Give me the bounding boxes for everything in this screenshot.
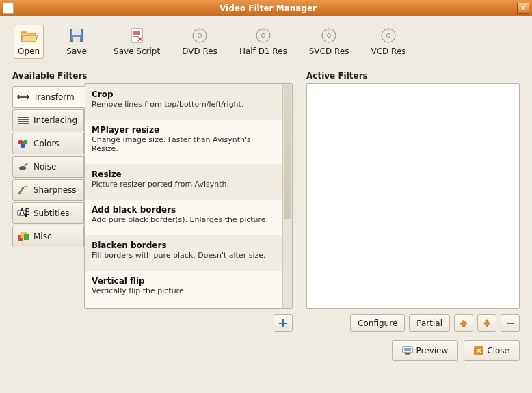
filter-item[interactable]: MPlayer resizeChange image size. Faster …: [85, 120, 282, 164]
add-filter-button[interactable]: [274, 314, 293, 332]
active-filters-title: Active Filters: [306, 71, 520, 81]
filter-item[interactable]: Vertical flipVertically flip the picture…: [85, 271, 282, 306]
toolbar-svcd-res[interactable]: SVCD Res: [309, 27, 349, 59]
filter-desc: Remove lines from top/bottom/left/right.: [92, 100, 276, 109]
open-icon: [19, 27, 38, 44]
interlacing-icon: [17, 115, 29, 126]
filter-name: Resize: [92, 170, 276, 179]
tab-transform[interactable]: Transform: [12, 86, 85, 108]
toolbar-half-d1-res[interactable]: Half D1 Res: [239, 27, 287, 59]
svg-text:ABC: ABC: [19, 208, 29, 217]
window-system-icon: [3, 3, 14, 14]
scrollbar[interactable]: [282, 84, 292, 308]
svg-point-9: [328, 34, 331, 38]
close-icon: ✕: [474, 346, 483, 355]
save-icon: [67, 27, 86, 44]
filter-name: Vertical flip: [92, 276, 276, 286]
filter-desc: Add pure black border(s). Enlarges the p…: [92, 215, 276, 224]
disc-icon: [319, 27, 338, 44]
preview-button[interactable]: Preview: [392, 340, 459, 361]
tab-interlacing[interactable]: Interlacing: [12, 109, 84, 131]
toolbar-save[interactable]: Save: [62, 27, 92, 59]
move-up-button[interactable]: [454, 314, 473, 332]
toolbar-vcd-res[interactable]: VCD Res: [371, 27, 405, 59]
disc-icon: [379, 27, 398, 44]
available-filters-title: Available Filters: [12, 71, 293, 81]
toolbar-open[interactable]: Open: [14, 25, 44, 59]
active-filter-list[interactable]: [306, 83, 520, 309]
svg-rect-24: [404, 348, 411, 351]
disc-icon: [190, 27, 209, 44]
close-button[interactable]: ✕ Close: [464, 340, 520, 361]
partial-button[interactable]: Partial: [409, 314, 450, 332]
svg-rect-2: [73, 37, 80, 42]
tab-subtitles[interactable]: ABCSubtitles: [12, 202, 84, 224]
filter-desc: Fill borders with pure black. Doesn't al…: [92, 251, 276, 260]
svg-rect-1: [72, 29, 81, 35]
svg-point-7: [261, 34, 265, 38]
filter-name: MPlayer resize: [92, 125, 276, 135]
move-down-button[interactable]: [477, 314, 496, 332]
svg-point-14: [21, 144, 25, 148]
filter-name: Crop: [92, 90, 276, 99]
svg-point-5: [198, 34, 202, 38]
filter-item[interactable]: ResizePicture resizer ported from Avisyn…: [85, 164, 282, 200]
svg-point-11: [386, 34, 390, 38]
toolbar-save-script[interactable]: Save Script: [114, 27, 160, 59]
filter-name: Blacken borders: [92, 241, 276, 250]
tab-sharpness[interactable]: Sharpness: [12, 179, 84, 201]
filter-desc: Picture resizer ported from Avisynth.: [92, 180, 276, 189]
svg-rect-18: [25, 214, 27, 217]
svg-rect-21: [24, 234, 29, 240]
remove-filter-button[interactable]: [501, 314, 520, 332]
transform-icon: [17, 92, 29, 103]
available-filter-list: CropRemove lines from top/bottom/left/ri…: [84, 83, 293, 309]
sharpness-icon: [17, 185, 29, 195]
tab-misc[interactable]: Misc: [12, 226, 84, 247]
tab-colors[interactable]: Colors: [12, 133, 84, 154]
window-title: Video Filter Manager: [19, 3, 517, 13]
preview-icon: [402, 345, 413, 357]
filter-item[interactable]: CropRemove lines from top/bottom/left/ri…: [85, 84, 282, 120]
filter-item[interactable]: Blacken bordersFill borders with pure bl…: [85, 235, 282, 271]
tab-noise[interactable]: Noise: [12, 156, 84, 178]
window-close-button[interactable]: ×: [517, 3, 529, 14]
toolbar-dvd-res[interactable]: DVD Res: [182, 27, 217, 59]
svg-point-15: [19, 166, 26, 170]
colors-icon: [17, 138, 29, 149]
filter-name: Add black borders: [92, 205, 276, 215]
filter-desc: Vertically flip the picture.: [92, 286, 276, 295]
noise-icon: [17, 161, 29, 172]
script-icon: [127, 27, 146, 44]
filter-item[interactable]: Add black bordersAdd pure black border(s…: [85, 200, 282, 235]
filter-desc: Change image size. Faster than Avisynth'…: [92, 135, 276, 153]
configure-button[interactable]: Configure: [350, 314, 405, 332]
svg-rect-22: [507, 323, 514, 324]
subtitles-icon: ABC: [17, 208, 29, 219]
svg-rect-3: [131, 29, 142, 42]
disc-icon: [254, 27, 273, 44]
misc-icon: [17, 231, 29, 242]
svg-rect-25: [405, 353, 410, 355]
